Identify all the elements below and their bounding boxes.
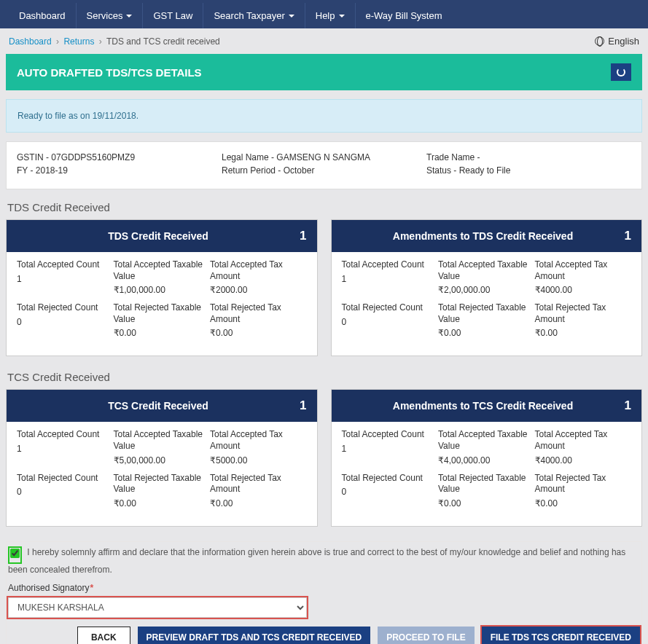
language-label: English (608, 36, 639, 47)
affirmation-panel: I hereby solemnly affirm and declare tha… (6, 541, 642, 644)
breadcrumb-dashboard[interactable]: Dashboard (9, 36, 52, 47)
metric-label: Total Accepted Taxable Value (438, 259, 529, 282)
signatory-select[interactable]: MUKESH KARSHALA (8, 597, 307, 618)
metric-label: Total Rejected Count (342, 302, 433, 314)
language-selector[interactable]: English (595, 36, 639, 47)
metric-label: Total Accepted Tax Amount (535, 259, 626, 282)
metric-value: 1 (342, 444, 433, 454)
metric-value: ₹1,00,000.00 (114, 285, 205, 295)
summary-tile[interactable]: Amendments to TDS Credit Received 1 Tota… (331, 219, 643, 356)
metric-label: Total Rejected Taxable Value (114, 473, 205, 495)
nav-label: Dashboard (19, 10, 66, 21)
affirmation-text: I hereby solemnly affirm and declare tha… (8, 547, 625, 575)
tile-header: Amendments to TCS Credit Received 1 (332, 390, 642, 422)
taxpayer-info-panel: GSTIN - 07GDDPS5160PMZ9 FY - 2018-19 Leg… (6, 141, 642, 189)
metric-label: Total Accepted Tax Amount (210, 259, 301, 282)
tile-count-badge: 1 (625, 398, 631, 413)
metric-label: Total Rejected Count (17, 302, 108, 314)
tile-header: TCS Credit Received 1 (7, 390, 317, 422)
metric-label: Total Accepted Count (342, 259, 433, 271)
metric-value: ₹4,00,000.00 (438, 455, 529, 466)
metric-value: ₹0.00 (438, 498, 529, 508)
status-alert: Ready to file as on 19/11/2018. (6, 99, 642, 133)
metric-value: ₹0.00 (114, 328, 205, 338)
tile-body: Total Accepted Count1 Total Accepted Tax… (332, 252, 642, 356)
metric-label: Total Accepted Taxable Value (114, 429, 205, 452)
tile-body: Total Accepted Count1 Total Accepted Tax… (332, 422, 642, 525)
file-tds-tcs-button[interactable]: FILE TDS TCS CREDIT RECEIVED (482, 627, 640, 644)
metric-value: ₹5000.00 (210, 455, 301, 466)
metric-value: ₹2000.00 (210, 285, 301, 295)
metric-label: Total Accepted Tax Amount (535, 429, 626, 452)
gstin-value: GSTIN - 07GDDPS5160PMZ9 (17, 152, 222, 162)
metric-label: Total Accepted Tax Amount (210, 429, 301, 452)
nav-label: GST Law (153, 10, 192, 21)
nav-services[interactable]: Services (77, 3, 144, 28)
metric-value: 1 (342, 274, 433, 284)
affirmation-checkbox[interactable] (10, 549, 20, 558)
tile-title: Amendments to TCS Credit Received (342, 400, 625, 412)
back-button[interactable]: BACK (77, 627, 130, 644)
metric-value: ₹0.00 (535, 498, 626, 508)
status-value: Status - Ready to File (426, 165, 631, 176)
signatory-select-wrap: MUKESH KARSHALA (7, 596, 308, 619)
action-buttons-row: BACK PREVIEW DRAFT TDS AND TCS CREDIT RE… (7, 619, 641, 644)
metric-label: Total Accepted Count (342, 429, 433, 441)
tile-title: TDS Credit Received (17, 230, 300, 242)
metric-label: Total Rejected Count (17, 473, 108, 484)
breadcrumb: Dashboard › Returns › TDS and TCS credit… (9, 36, 220, 47)
banner-title: AUTO DRAFTED TDS/TCS DETAILS (17, 66, 202, 79)
fy-value: FY - 2018-19 (17, 165, 222, 176)
chevron-down-icon (126, 15, 132, 17)
tile-header: TDS Credit Received 1 (7, 220, 317, 252)
signatory-label: Authorised Signatory (8, 583, 89, 593)
summary-tile[interactable]: TDS Credit Received 1 Total Accepted Cou… (6, 219, 318, 356)
metric-value: ₹0.00 (210, 328, 301, 338)
metric-label: Total Accepted Taxable Value (438, 429, 529, 452)
nav-search-taxpayer[interactable]: Search Taxpayer (203, 3, 305, 28)
metric-value: 0 (342, 317, 433, 327)
nav-help[interactable]: Help (305, 3, 356, 28)
metric-value: ₹5,00,000.00 (114, 455, 205, 466)
breadcrumb-separator: › (56, 36, 59, 47)
tile-title: TCS Credit Received (17, 400, 300, 412)
refresh-icon (617, 68, 625, 76)
return-period-value: Return Period - October (222, 165, 426, 176)
preview-button[interactable]: PREVIEW DRAFT TDS AND TCS CREDIT RECEIVE… (138, 627, 371, 644)
refresh-button[interactable] (611, 63, 631, 81)
breadcrumb-returns[interactable]: Returns (63, 36, 94, 47)
metric-value: ₹0.00 (114, 498, 205, 508)
metric-label: Total Rejected Taxable Value (438, 302, 529, 325)
nav-label: Help (316, 10, 335, 21)
affirmation-checkbox-wrap (8, 546, 22, 564)
metric-label: Total Accepted Count (17, 259, 108, 271)
metric-label: Total Rejected Taxable Value (114, 302, 205, 325)
metric-value: 0 (17, 487, 108, 497)
nav-eway-bill[interactable]: e-Way Bill System (356, 3, 453, 28)
metric-value: 1 (17, 274, 108, 284)
legal-name-value: Legal Name - GAMSENG N SANGMA (222, 152, 426, 162)
metric-label: Total Rejected Tax Amount (210, 473, 301, 495)
metric-label: Total Rejected Tax Amount (535, 302, 626, 325)
nav-label: e-Way Bill System (366, 10, 442, 21)
tcs-section-heading: TCS Credit Received (7, 371, 641, 383)
proceed-to-file-button[interactable]: PROCEED TO FILE (378, 627, 474, 644)
metric-label: Total Rejected Count (342, 473, 433, 484)
nav-label: Search Taxpayer (214, 10, 284, 21)
metric-value: ₹0.00 (535, 328, 626, 338)
nav-gst-law[interactable]: GST Law (143, 3, 203, 28)
nav-dashboard[interactable]: Dashboard (9, 3, 77, 28)
summary-tile[interactable]: Amendments to TCS Credit Received 1 Tota… (331, 389, 643, 526)
tds-section-heading: TDS Credit Received (7, 201, 641, 213)
metric-label: Total Rejected Taxable Value (438, 473, 529, 495)
tile-title: Amendments to TDS Credit Received (342, 230, 625, 242)
breadcrumb-row: Dashboard › Returns › TDS and TCS credit… (6, 28, 642, 54)
globe-icon (595, 36, 604, 46)
required-indicator: * (90, 583, 93, 593)
tile-count-badge: 1 (625, 229, 631, 243)
trade-name-value: Trade Name - (426, 152, 631, 162)
nav-label: Services (87, 10, 123, 21)
tile-body: Total Accepted Count1 Total Accepted Tax… (7, 252, 317, 356)
summary-tile[interactable]: TCS Credit Received 1 Total Accepted Cou… (6, 389, 318, 526)
breadcrumb-separator: › (99, 36, 102, 47)
